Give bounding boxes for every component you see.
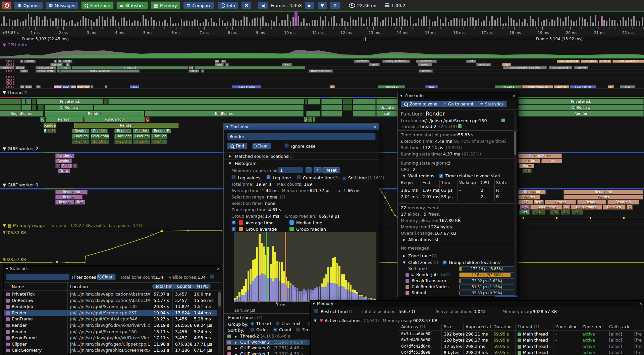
zone-chip[interactable]: ~18~ xyxy=(523,169,532,173)
zone-chip[interactable]: ~ 26 ~ xyxy=(133,139,150,144)
zone-chip[interactable]: Ren xyxy=(541,159,562,163)
zone-chip[interactable] xyxy=(313,117,315,122)
collapse-icon[interactable]: ▼ xyxy=(226,125,228,129)
cpu-zone-chip[interactable]: surf xyxy=(369,63,380,66)
zone-chip[interactable]: RenderJol xyxy=(518,190,546,194)
find-clear-button[interactable]: ⃠Clear xyxy=(252,143,271,149)
zone-chip[interactable]: CalcGeor xyxy=(114,134,132,139)
allocations-list[interactable]: Allocations list xyxy=(408,237,438,242)
cpu-zone-chip[interactable]: s xyxy=(54,60,57,63)
mem-callstack-free[interactable]: [fre xyxy=(634,331,642,337)
zone-chip[interactable]: 16 C0 8 xyxy=(91,139,109,144)
cpu-zone-chip[interactable]: Thre xyxy=(57,66,71,69)
zone-chip[interactable]: Rend xyxy=(61,164,72,168)
zone-chip[interactable]: Render xyxy=(46,117,84,122)
zone-chip[interactable]: Re5 xyxy=(75,200,85,205)
zoom-to-zone-button[interactable]: Zoom to zone xyxy=(401,101,441,107)
zone-chip[interactable]: EndFrame xyxy=(145,111,304,117)
zone-chip[interactable]: Rencer xyxy=(545,200,576,205)
bin-plus-button[interactable]: + xyxy=(313,167,322,173)
col-counts-header[interactable]: Counts xyxy=(174,284,194,289)
stats-table-row[interactable]: Renderjni/../jni/src/guif/Screen.cpp:257… xyxy=(4,310,217,316)
mem-alloc-row[interactable]: 0x7dfc42d64032 bytes298.3 ms59.95 sMain … xyxy=(311,344,644,350)
zone-chip[interactable] xyxy=(321,111,342,117)
cpu-zone-chip[interactable]: kw.gm xyxy=(50,63,63,66)
find-zone-query-input[interactable] xyxy=(227,133,376,140)
stats-table-row[interactable]: Clipperjni/../jni/src/claw/gfx/geo/Clipp… xyxy=(4,341,217,348)
memory-usage-header[interactable]: ▼ ▦ Memory usage xyxy=(3,223,45,228)
zoneinfo-scrollbar[interactable] xyxy=(514,111,517,293)
self-time-checkbox[interactable] xyxy=(342,176,346,181)
expander-icon[interactable]: ▶ xyxy=(235,353,237,355)
memory-button[interactable]: ▦Memory xyxy=(151,1,180,9)
zone-chip[interactable] xyxy=(21,105,31,110)
zone-chip[interactable] xyxy=(32,99,36,104)
frame-overview-strip[interactable] xyxy=(0,11,644,26)
mem-col-header[interactable]: Appeared at xyxy=(466,324,491,329)
mem-col-header[interactable]: Zone free xyxy=(582,324,602,329)
zone-chip[interactable] xyxy=(353,105,376,110)
cpu-zone-chip[interactable]: s xyxy=(66,63,70,66)
zone-chip[interactable]: C0 xyxy=(550,210,559,215)
find-button[interactable]: Find xyxy=(227,143,248,149)
zone-chip[interactable]: Render xyxy=(518,111,644,117)
zone-chip[interactable] xyxy=(94,105,304,110)
col-location-header[interactable]: Location xyxy=(70,284,88,289)
expander-icon[interactable]: ▶ xyxy=(403,254,406,258)
go-to-parent-button[interactable]: ↑Go to parent xyxy=(440,101,477,107)
zone-chip[interactable] xyxy=(38,105,44,110)
cpu-zone-chip[interactable]: A xyxy=(330,85,335,88)
zone-chip[interactable]: ~ 22 ~ C xyxy=(114,139,132,144)
zone-chip[interactable]: RenderJRend xyxy=(518,153,562,158)
cpu-zone-chip[interactable]: GUIF w xyxy=(599,60,611,63)
cpu-zone-chip[interactable]: AB xyxy=(502,63,511,66)
compare-button[interactable]: ⚖Compare xyxy=(183,1,215,9)
mem-col-header[interactable]: Zone alloc xyxy=(555,324,577,329)
track-header-thread-2[interactable]: ▼ Thread-2 xyxy=(3,90,27,95)
cpu-zone-chip[interactable]: Tracy S xyxy=(130,85,139,88)
zone-chip[interactable]: Draw xyxy=(58,169,70,173)
cpu-zone-chip[interactable]: GGUIF xyxy=(54,85,62,88)
zone-chip[interactable]: Render xyxy=(55,200,74,205)
zone-chip[interactable]: BeginFrame xyxy=(0,111,43,117)
info-button[interactable]: Info xyxy=(217,1,238,9)
find-zone-button[interactable]: Find zone xyxy=(81,1,113,9)
mem-callstack-alloc[interactable]: [alloc] xyxy=(609,344,622,349)
zone-chip[interactable] xyxy=(343,99,352,104)
zone-chip[interactable]: CalcGeo xyxy=(72,134,89,139)
mem-callstack-free[interactable]: [fre xyxy=(634,338,642,343)
zone-chip[interactable]: Render xyxy=(55,195,83,199)
zone-chip[interactable]: Rerff xyxy=(519,164,534,168)
cpu-zone-chip[interactable]: ss xyxy=(58,60,62,63)
close-icon[interactable]: × xyxy=(373,124,377,129)
expander-icon[interactable]: ▶ xyxy=(235,335,237,338)
cpu-zone-chip[interactable]: s xyxy=(20,60,23,63)
cpu-zone-chip[interactable]: GUI xyxy=(70,85,76,88)
zone-chip[interactable]: C xyxy=(627,205,633,210)
cpu-zone-chip[interactable]: Tracy Profiler xyxy=(570,85,596,88)
restrict-time-checkbox[interactable] xyxy=(314,309,318,313)
collapse-icon[interactable]: ▼ xyxy=(400,94,402,97)
mem-alloc-row[interactable]: 0x7e049b3d00128 bytes298.27 ms59.95 sMai… xyxy=(311,338,644,344)
zone-chip[interactable]: S xyxy=(304,117,308,122)
zone-chip[interactable]: Sef xyxy=(519,210,530,215)
mem-col-header[interactable]: Address xyxy=(401,324,418,329)
cpu-zone-chip[interactable]: tracy_sysn xyxy=(36,70,56,73)
collapse-icon[interactable]: ▼ xyxy=(313,302,315,305)
cpu-zone-chip[interactable]: rworke xyxy=(574,66,588,69)
wait-regions-label[interactable]: Wait regions xyxy=(408,173,434,178)
cpu-zone-chip[interactable]: rot xyxy=(466,60,476,63)
cpu-zone-chip[interactable]: ~ xyxy=(105,85,107,88)
log-time-checkbox[interactable]: ✓ xyxy=(266,175,271,179)
statistics-window-titlebar[interactable]: ▼ Statistics × xyxy=(4,266,222,272)
zone-chip[interactable]: Render xyxy=(55,159,72,163)
zone-chip[interactable]: OnRedraw xyxy=(518,105,644,110)
child-zone-name[interactable]: Self time xyxy=(408,266,427,271)
zone-chip[interactable]: RenderJob xyxy=(84,117,145,122)
cpu-zone-chip[interactable]: M xyxy=(36,85,41,88)
memory-window-titlebar[interactable]: ▼ Memory × xyxy=(311,301,644,307)
cpu-zone-chip[interactable]: GUIF worker 2 xyxy=(522,85,553,88)
zone-chip[interactable]: OnRedraw xyxy=(45,105,93,110)
cpu-zone-chip[interactable]: GUIF worker 0 xyxy=(557,60,580,63)
cpu-zone-chip[interactable]: GUIF worker 2 xyxy=(612,60,644,63)
